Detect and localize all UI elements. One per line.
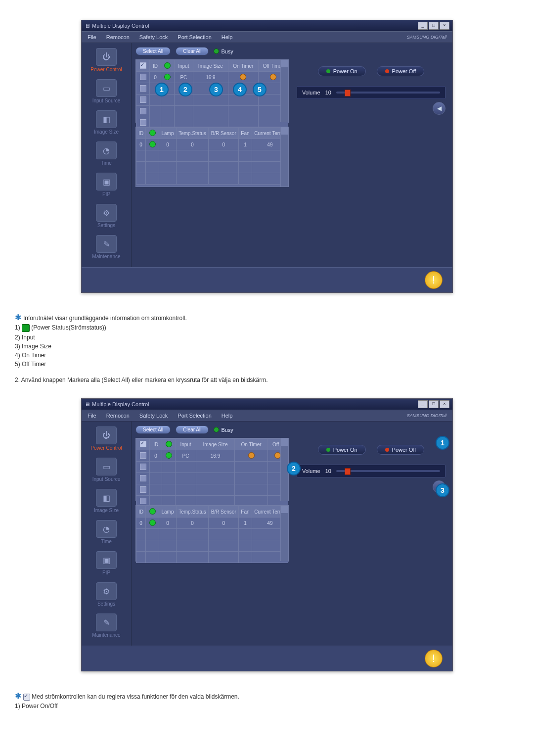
clear-all-button[interactable]: Clear All — [176, 425, 209, 434]
table-row[interactable]: 0 0 0 0 1 49 — [136, 139, 288, 150]
callout-4: 4 — [233, 83, 247, 96]
col-lamp: Lamp — [159, 506, 176, 518]
volume-knob[interactable] — [345, 468, 351, 475]
scrollbar[interactable] — [280, 506, 288, 561]
table-row[interactable]: 0 PC 16:9 — [136, 450, 288, 462]
row-checkbox[interactable] — [140, 498, 146, 504]
volume-value: 10 — [325, 90, 331, 95]
row-checkbox[interactable] — [140, 96, 146, 103]
table-row[interactable]: 0 PC 16:9 — [136, 72, 288, 83]
select-all-button[interactable]: Select All — [135, 425, 171, 434]
callout-3: 3 — [209, 83, 223, 96]
power-off-label: Power Off — [392, 68, 416, 74]
row-checkbox[interactable] — [140, 452, 146, 459]
menu-port-selection[interactable]: Port Selection — [174, 33, 215, 41]
busy-label: Busy — [221, 48, 233, 54]
volume-knob[interactable] — [345, 90, 351, 96]
table-row[interactable] — [136, 529, 288, 540]
busy-indicator: Busy — [214, 48, 233, 54]
row-checkbox[interactable] — [140, 486, 146, 493]
sidebar-item-time[interactable]: ◔Time — [82, 518, 131, 549]
sidebar-item-input-source[interactable]: ▭Input Source — [82, 456, 131, 487]
table-row[interactable] — [136, 162, 288, 173]
table-row[interactable] — [136, 462, 288, 473]
power-on-button[interactable]: Power On — [318, 66, 366, 76]
table-row[interactable] — [136, 540, 288, 552]
col-image-size: Image Size — [196, 439, 234, 450]
select-all-button[interactable]: Select All — [135, 47, 171, 55]
scrollbar[interactable] — [280, 60, 288, 122]
input-source-icon: ▭ — [96, 458, 117, 475]
minimize-button[interactable]: _ — [418, 400, 428, 408]
main-area: Select All Clear All Busy ID Input Image… — [132, 43, 452, 267]
sidebar-item-pip[interactable]: ▣PIP — [82, 549, 131, 580]
col-checkbox[interactable] — [136, 60, 150, 72]
sidebar-item-label: Input Source — [92, 98, 121, 103]
cell-temp-status: 0 — [176, 139, 208, 150]
busy-indicator: Busy — [214, 427, 233, 433]
menu-file[interactable]: File — [84, 33, 100, 41]
window-controls: _ □ × — [418, 22, 449, 30]
table-row[interactable] — [136, 150, 288, 162]
clear-all-button[interactable]: Clear All — [176, 47, 209, 55]
sidebar-item-image-size[interactable]: ◧Image Size — [82, 487, 131, 518]
sidebar-item-power-control[interactable]: ⏻Power Control — [82, 46, 131, 77]
pip-icon: ▣ — [96, 173, 117, 190]
sidebar-item-image-size[interactable]: ◧Image Size — [82, 108, 131, 140]
row-checkbox[interactable] — [140, 119, 146, 126]
power-status-icon — [166, 441, 172, 447]
minimize-button[interactable]: _ — [418, 22, 428, 30]
sidebar-item-maintenance[interactable]: ✎Maintenance — [82, 612, 131, 643]
table-row[interactable]: 0 0 0 0 1 49 — [136, 518, 288, 529]
maximize-button[interactable]: □ — [429, 400, 439, 408]
power-off-dot-icon — [385, 69, 389, 73]
row-checkbox[interactable] — [140, 85, 146, 92]
menu-safety-lock[interactable]: Safety Lock — [135, 412, 172, 420]
power-status-icon — [149, 520, 156, 526]
menu-safety-lock[interactable]: Safety Lock — [135, 33, 172, 41]
mute-button[interactable]: ◀ — [433, 102, 445, 115]
menu-remocon[interactable]: Remocon — [102, 33, 134, 41]
close-button[interactable]: × — [440, 400, 449, 408]
table-row[interactable] — [136, 173, 288, 185]
power-on-dot-icon — [326, 69, 330, 73]
col-id: ID — [136, 128, 146, 139]
power-on-button[interactable]: Power On — [318, 445, 366, 455]
sidebar-item-pip[interactable]: ▣PIP — [82, 171, 131, 202]
busy-dot-icon — [214, 427, 219, 432]
menu-help[interactable]: Help — [218, 412, 237, 420]
sidebar-item-input-source[interactable]: ▭Input Source — [82, 77, 131, 108]
table-row[interactable] — [136, 552, 288, 563]
power-off-button[interactable]: Power Off — [377, 66, 425, 76]
volume-slider[interactable] — [336, 470, 440, 472]
sidebar-item-label: Settings — [97, 601, 115, 607]
sidebar-item-settings[interactable]: ⚙Settings — [82, 202, 131, 233]
table-row[interactable] — [136, 106, 288, 117]
menu-help[interactable]: Help — [218, 33, 237, 41]
table-row[interactable] — [136, 473, 288, 484]
menu-file[interactable]: File — [84, 412, 100, 420]
col-image-size: Image Size — [193, 60, 228, 72]
sidebar-item-label: Image Size — [94, 508, 119, 513]
menu-port-selection[interactable]: Port Selection — [174, 412, 215, 420]
col-checkbox[interactable] — [136, 439, 150, 450]
content-area: ⏻Power Control ▭Input Source ◧Image Size… — [82, 43, 452, 267]
volume-slider[interactable] — [336, 92, 440, 94]
table-row[interactable] — [136, 484, 288, 496]
sidebar-item-settings[interactable]: ⚙Settings — [82, 580, 131, 612]
row-checkbox[interactable] — [140, 74, 146, 80]
list-item: 1) (Power Status(Strömstatus)) — [15, 324, 504, 332]
row-checkbox[interactable] — [140, 475, 146, 481]
window-title: Multiple Display Control — [92, 401, 149, 407]
sidebar-item-power-control[interactable]: ⏻Power Control — [82, 425, 131, 456]
menu-remocon[interactable]: Remocon — [102, 412, 134, 420]
power-off-button[interactable]: Power Off — [377, 445, 425, 455]
sidebar-item-time[interactable]: ◔Time — [82, 140, 131, 171]
row-checkbox[interactable] — [140, 108, 146, 114]
close-button[interactable]: × — [440, 22, 449, 30]
sidebar-item-maintenance[interactable]: ✎Maintenance — [82, 233, 131, 264]
volume-value: 10 — [325, 468, 331, 474]
maximize-button[interactable]: □ — [429, 22, 439, 30]
scrollbar[interactable] — [280, 127, 288, 187]
row-checkbox[interactable] — [140, 464, 146, 470]
